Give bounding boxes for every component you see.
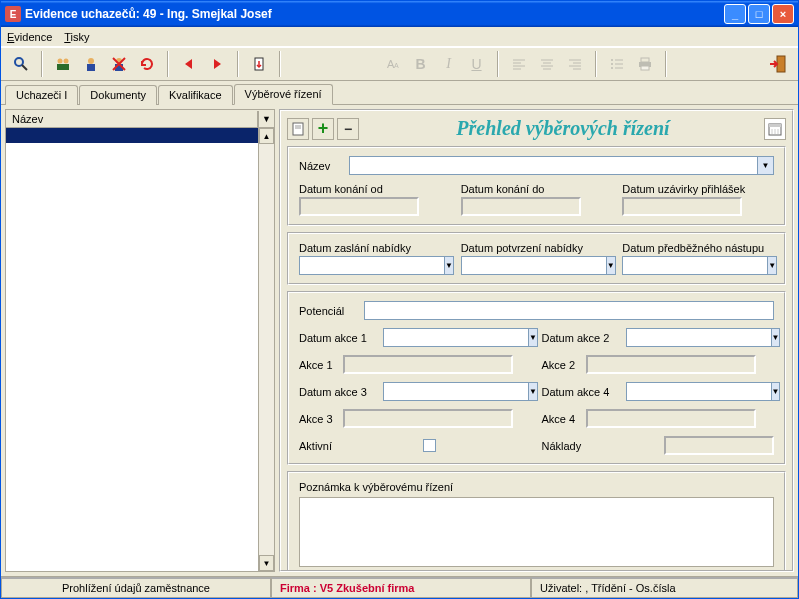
close-button[interactable]: × [772,4,794,24]
user-button[interactable] [78,51,104,77]
app-icon: E [5,6,21,22]
input-akce-1[interactable] [343,355,513,374]
statusbar: Prohlížení údajů zaměstnance Firma : V5 … [1,576,798,598]
svg-rect-34 [641,58,649,62]
label-datum-akce-2: Datum akce 2 [542,332,626,344]
italic-button: I [436,51,462,77]
search-button[interactable] [8,51,34,77]
nazev-combo[interactable]: ▼ [349,156,774,175]
menu-evidence[interactable]: Evidence [7,31,52,43]
print-icon [638,57,652,71]
fieldset-3: Potenciál Datum akce 1 ▼ Datum akce 2 ▼ [287,291,786,465]
label-akce-3: Akce 3 [299,413,343,425]
input-datum-potvrzeni[interactable] [461,256,607,275]
print-button [632,51,658,77]
svg-point-2 [58,59,63,64]
status-right: Uživatel: , Třídění - Os.čísla [531,577,798,598]
input-akce-4[interactable] [586,409,756,428]
minimize-button[interactable]: _ [724,4,746,24]
input-datum-akce-2[interactable] [626,328,772,347]
user-delete-button[interactable] [106,51,132,77]
user-add-button[interactable] [50,51,76,77]
add-button[interactable]: + [312,118,334,140]
tab-uchazeci[interactable]: Uchazeči I [5,85,78,105]
maximize-button[interactable]: □ [748,4,770,24]
input-naklady[interactable] [664,436,774,455]
bold-button: B [408,51,434,77]
status-firma: Firma : V5 Zkušební firma [271,577,531,598]
input-datum-zaslani[interactable] [299,256,445,275]
input-potencial[interactable] [364,301,774,320]
calendar-button[interactable] [764,118,786,140]
drop-datum-potvrzeni[interactable]: ▼ [607,256,616,275]
align-left-button [506,51,532,77]
list-header-dropdown[interactable]: ▼ [258,111,274,127]
list-row-selected[interactable] [6,128,258,144]
remove-button[interactable]: − [337,118,359,140]
scroll-up-button[interactable]: ▲ [259,128,274,144]
tab-kvalifikace[interactable]: Kvalifikace [158,85,233,105]
tab-vyberove-rizeni[interactable]: Výběrové řízení [234,84,333,105]
next-button[interactable] [204,51,230,77]
drop-datum-predbezneho[interactable]: ▼ [768,256,777,275]
list-scrollbar[interactable]: ▲ ▼ [258,128,274,571]
bullets-button [604,51,630,77]
fieldset-2: Datum zaslání nabídky ▼ Datum potvrzení … [287,232,786,285]
label-datum-zaslani: Datum zaslání nabídky [299,242,451,254]
svg-point-28 [611,59,613,61]
drop-datum-zaslani[interactable]: ▼ [445,256,454,275]
svg-rect-42 [769,124,781,127]
refresh-icon [139,56,155,72]
drop-datum-akce-4[interactable]: ▼ [772,382,781,401]
scroll-track[interactable] [259,144,274,555]
menu-tisky[interactable]: Tisky [64,31,89,43]
fieldset-poznamka: Poznámka k výběrovému řízení [287,471,786,572]
drop-datum-akce-2[interactable]: ▼ [772,328,781,347]
input-akce-3[interactable] [343,409,513,428]
label-datum-akce-3: Datum akce 3 [299,386,383,398]
combo-datum-predbezneho[interactable]: ▼ [622,256,752,275]
combo-datum-zaslani[interactable]: ▼ [299,256,429,275]
exit-button[interactable] [765,51,791,77]
toolbar: AA B I U [1,47,798,81]
svg-rect-36 [641,66,649,70]
label-akce-1: Akce 1 [299,359,343,371]
label-akce-2: Akce 2 [542,359,586,371]
input-datum-akce-4[interactable] [626,382,772,401]
document-button[interactable] [246,51,272,77]
textarea-poznamka[interactable] [299,497,774,567]
combo-datum-akce-1[interactable]: ▼ [383,328,513,347]
input-datum-konani-od[interactable] [299,197,419,216]
combo-datum-akce-2[interactable]: ▼ [626,328,756,347]
input-datum-uzavirky[interactable] [622,197,742,216]
document-arrow-icon [251,56,267,72]
drop-datum-akce-3[interactable]: ▼ [529,382,538,401]
refresh-button[interactable] [134,51,160,77]
tab-dokumenty[interactable]: Dokumenty [79,85,157,105]
svg-point-6 [88,58,94,64]
input-datum-predbezneho[interactable] [622,256,768,275]
input-datum-akce-1[interactable] [383,328,529,347]
user-delete-icon [111,56,127,72]
input-akce-2[interactable] [586,355,756,374]
label-naklady: Náklady [542,440,592,452]
input-datum-akce-3[interactable] [383,382,529,401]
combo-datum-akce-4[interactable]: ▼ [626,382,756,401]
input-datum-konani-do[interactable] [461,197,581,216]
label-aktivni: Aktivní [299,440,383,452]
underline-button: U [464,51,490,77]
combo-datum-potvrzeni[interactable]: ▼ [461,256,591,275]
nazev-dropdown-icon[interactable]: ▼ [758,156,774,175]
checkbox-aktivni[interactable] [423,439,436,452]
list-panel: Název ▼ ▲ ▼ [5,109,275,572]
scroll-down-button[interactable]: ▼ [259,555,274,571]
label-datum-akce-4: Datum akce 4 [542,386,626,398]
align-center-icon [540,57,554,71]
combo-datum-akce-3[interactable]: ▼ [383,382,513,401]
list-column-nazev[interactable]: Název [6,111,258,127]
drop-datum-akce-1[interactable]: ▼ [529,328,538,347]
window-title: Evidence uchazečů: 49 - Ing. Smejkal Jos… [25,7,272,21]
nazev-input[interactable] [349,156,758,175]
panel-doc-button[interactable] [287,118,309,140]
prev-button[interactable] [176,51,202,77]
